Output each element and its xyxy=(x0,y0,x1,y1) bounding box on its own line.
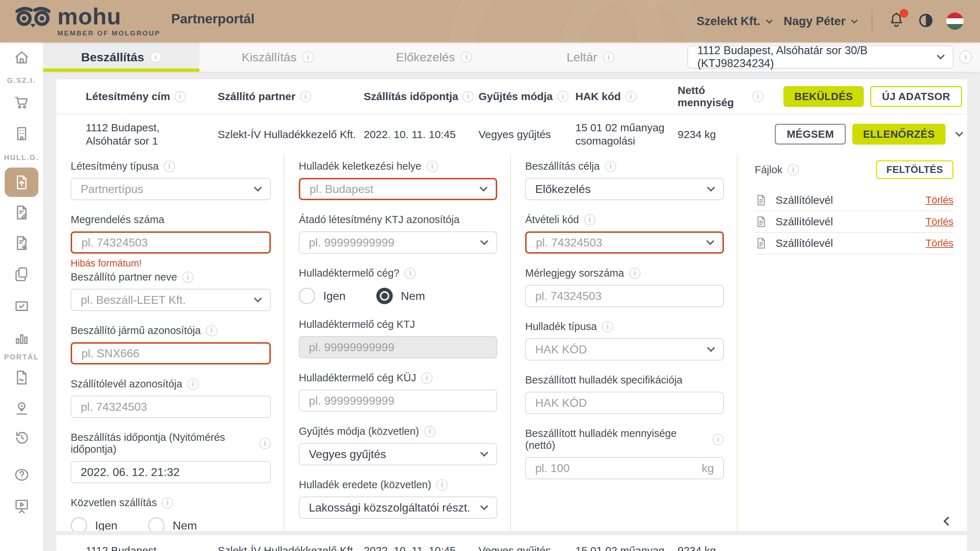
radio-icon xyxy=(71,517,87,531)
info-icon[interactable] xyxy=(959,51,972,64)
sidebar-item-help[interactable] xyxy=(13,467,30,483)
termelo-igen-radio[interactable]: Igen xyxy=(299,288,345,304)
szallitolevel-azonosito-input[interactable]: pl. 74324503 xyxy=(71,396,271,418)
radio-icon xyxy=(299,288,315,304)
user-menu[interactable]: Nagy Péter xyxy=(784,14,857,28)
language-flag-hungary[interactable] xyxy=(946,13,964,30)
table-row[interactable]: 1112 Budapest,Alsóhatár sor 1 Szlekt-ÍV … xyxy=(56,535,967,551)
sidebar-item-home[interactable] xyxy=(13,49,30,66)
field-szallitolevel-azonosito: Szállítólevél azonosítója pl. 74324503 xyxy=(71,378,271,418)
kozvetlen-igen-radio[interactable]: Igen xyxy=(71,517,117,531)
letesitmeny-tipusa-select[interactable]: Partnertípus xyxy=(71,178,271,200)
row-facility-address: 1112 Budapest,Alsóhatár sor 1 xyxy=(86,544,218,551)
chevron-down-icon xyxy=(480,502,488,510)
tab-beszallitas[interactable]: Beszállítás xyxy=(43,42,199,72)
contrast-toggle[interactable] xyxy=(918,12,934,30)
field-letesitmeny-tipusa: Létesítmény típusa Partnertípus xyxy=(71,160,271,200)
field-beszallito-partner-neve: Beszállító partner neve pl. Beszáll-LEET… xyxy=(71,271,271,311)
new-row-button[interactable]: ÚJ ADATSOR xyxy=(870,86,962,107)
info-icon[interactable] xyxy=(584,214,595,226)
keletkezesi-helye-select[interactable]: pl. Budapest xyxy=(299,178,497,200)
merlegjegy-input[interactable]: pl. 74324503 xyxy=(525,285,724,307)
info-icon[interactable] xyxy=(788,164,799,175)
file-name: Szállítólevél xyxy=(776,216,833,228)
info-icon[interactable] xyxy=(164,161,175,172)
delete-file-link[interactable]: Törlés xyxy=(926,194,953,206)
gyujtes-modja-select[interactable]: Vegyes gyűjtés xyxy=(299,443,497,465)
info-icon[interactable] xyxy=(424,426,436,437)
info-icon[interactable] xyxy=(174,91,186,102)
sidebar-item-copies[interactable] xyxy=(13,266,30,283)
document-download-icon xyxy=(13,235,30,252)
table-header-row: Létesítmény cím Szállító partner Szállít… xyxy=(56,79,967,115)
collapse-panel-button[interactable] xyxy=(945,518,951,526)
sidebar-item-waste-inbound-active[interactable] xyxy=(5,167,38,197)
sidebar-item-facilities[interactable] xyxy=(13,125,30,142)
help-icon xyxy=(13,467,30,483)
info-icon[interactable] xyxy=(259,438,271,449)
sidebar-item-reports[interactable] xyxy=(13,330,30,347)
submit-button[interactable]: BEKÜLDÉS xyxy=(783,86,864,107)
collapse-row-icon[interactable] xyxy=(955,129,964,137)
sidebar-item-waste-download[interactable] xyxy=(13,235,30,252)
atveteli-kod-select[interactable]: pl. 74324503 xyxy=(525,231,724,253)
sidebar-item-approvals[interactable] xyxy=(13,298,30,315)
tab-kiszallitas[interactable]: Kiszállítás xyxy=(199,42,356,72)
atado-ktj-select[interactable]: pl. 99999999999 xyxy=(299,231,497,253)
info-icon[interactable] xyxy=(629,268,641,279)
bar-chart-icon xyxy=(13,330,30,347)
beszallitas-idopontja-input[interactable]: 2022. 06. 12. 21:32 xyxy=(71,461,271,483)
jarmu-azonosito-input[interactable]: pl. SNX666 xyxy=(71,342,271,365)
sidebar-item-history[interactable] xyxy=(13,429,30,446)
table-row[interactable]: 1112 Budapest,Alsóhatár sor 1 Szlekt-ÍV … xyxy=(56,115,967,154)
info-icon[interactable] xyxy=(421,373,433,384)
site-selector[interactable]: 1112 Budapest, Alsóhatár sor 30/B (KTJ98… xyxy=(687,46,953,68)
termelo-nem-radio[interactable]: Nem xyxy=(376,288,425,304)
info-icon[interactable] xyxy=(752,91,764,102)
hulladek-tipusa-select[interactable]: HAK KÓD xyxy=(525,338,724,360)
info-icon[interactable] xyxy=(404,268,416,279)
info-icon[interactable] xyxy=(713,434,724,445)
info-icon[interactable] xyxy=(602,321,613,333)
sidebar-item-orders[interactable] xyxy=(13,94,30,111)
info-icon[interactable] xyxy=(162,497,173,509)
info-icon[interactable] xyxy=(625,91,637,102)
info-icon[interactable] xyxy=(300,91,311,102)
beszallito-partner-select[interactable]: pl. Beszáll-LEET Kft. xyxy=(71,289,271,311)
delete-file-link[interactable]: Törlés xyxy=(926,237,953,249)
info-icon[interactable] xyxy=(557,91,568,102)
mennyiseg-input[interactable]: pl. 100 kg xyxy=(525,457,724,479)
delete-file-link[interactable]: Törlés xyxy=(926,216,953,228)
sidebar-item-locations[interactable] xyxy=(13,400,30,416)
termelo-kuj-input[interactable]: pl. 99999999999 xyxy=(299,390,497,412)
info-icon[interactable] xyxy=(426,161,438,172)
sidebar-item-waste-edit[interactable] xyxy=(13,204,30,221)
info-icon[interactable] xyxy=(150,51,161,63)
notifications-button[interactable] xyxy=(888,11,905,31)
header-divider xyxy=(872,11,872,32)
upload-button[interactable]: FELTÖLTÉS xyxy=(876,160,953,179)
info-icon[interactable] xyxy=(462,91,474,102)
info-icon[interactable] xyxy=(605,161,616,172)
sidebar-item-tutorials[interactable] xyxy=(13,498,30,514)
cancel-button[interactable]: MÉGSEM xyxy=(775,124,846,145)
company-selector[interactable]: Szelekt Kft. xyxy=(697,14,772,28)
tab-elokezeles[interactable]: Előkezelés xyxy=(356,42,512,72)
info-icon[interactable] xyxy=(182,272,194,283)
megrendeles-szama-input[interactable]: pl. 74324503 xyxy=(71,231,271,253)
info-icon[interactable] xyxy=(436,479,448,491)
info-icon[interactable] xyxy=(187,379,199,390)
verify-button[interactable]: ELLENŐRZÉS xyxy=(852,124,945,145)
hulladek-eredete-select[interactable]: Lakossági közszolgáltatói részt. xyxy=(299,497,497,519)
info-icon[interactable] xyxy=(302,51,314,63)
tab-leltar[interactable]: Leltár xyxy=(512,42,669,72)
info-icon[interactable] xyxy=(206,325,217,336)
info-icon[interactable] xyxy=(461,51,472,63)
specifikacio-input[interactable]: HAK KÓD xyxy=(525,392,724,414)
sidebar-item-documents[interactable] xyxy=(13,369,30,386)
info-icon[interactable] xyxy=(603,51,614,63)
files-panel: Fájlok FELTÖLTÉS Szállítólevél Törlés Sz… xyxy=(738,154,967,531)
kozvetlen-nem-radio[interactable]: Nem xyxy=(148,517,197,531)
beszallitas-celja-select[interactable]: Előkezelés xyxy=(525,178,724,200)
error-message: Hibás formátum! xyxy=(71,258,271,269)
